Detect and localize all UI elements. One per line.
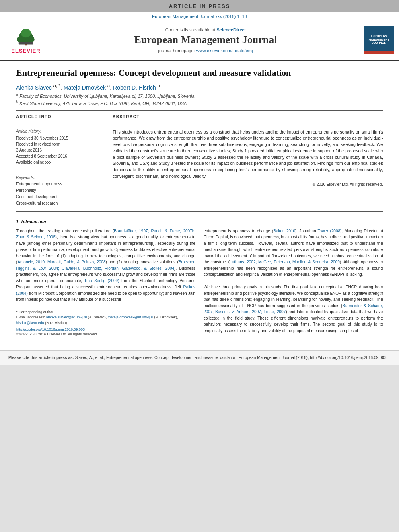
abstract-col: ABSTRACT This study introduces entrepren… [113, 115, 383, 207]
emj-red-bar [364, 51, 394, 54]
issn-line: 0263-2373/© 2016 Elsevier Ltd. All right… [16, 332, 195, 336]
journal-info-bar: European Management Journal xxx (2016) 1… [0, 12, 399, 20]
main-content: Entrepreneurial openness: Concept develo… [0, 61, 399, 342]
elsevier-logo-area: ELSEVIER [0, 24, 52, 56]
intro-left-col: Throughout the existing entrepreneurship… [16, 228, 195, 337]
citation-bar: Please cite this article in press as: Sl… [0, 350, 399, 365]
contents-line: Contents lists available at ScienceDirec… [165, 27, 246, 32]
doi-line[interactable]: http://dx.doi.org/10.1016/j.emj.2016.09.… [16, 327, 195, 331]
divider-under-history [16, 170, 105, 170]
footnote-emails: E-mail addresses: alenka.slavec@ef.uni-l… [16, 315, 195, 326]
intro-left-text: Throughout the existing entrepreneurship… [16, 228, 195, 303]
article-info-heading: ARTICLE INFO [16, 115, 105, 119]
abstract-heading: ABSTRACT [113, 115, 383, 119]
ref-luthans[interactable]: Luthans, 2002; McGee, Peterson, Mueller,… [230, 260, 340, 264]
article-title: Entrepreneurial openness: Concept develo… [16, 67, 383, 79]
divider-under-abstract-heading [113, 124, 383, 124]
ref-burmeister[interactable]: Burmeister & Schade, 2007; Busenitz & Ar… [204, 304, 383, 314]
header-center: Contents lists available at ScienceDirec… [52, 24, 359, 56]
divider-under-article-info [16, 124, 105, 124]
journal-title: European Management Journal [134, 34, 277, 46]
science-direct-link[interactable]: ScienceDirect [217, 27, 246, 32]
emj-logo-title: EUROPEAN MANAGEMENT JOURNAL [369, 35, 389, 45]
history-accepted: Accepted 8 September 2016 [16, 153, 105, 159]
keywords-label: Keywords: [16, 175, 105, 180]
divider-after-abstract [16, 211, 383, 212]
elsevier-tree-icon [14, 27, 38, 47]
intro-right-col: entrepreneur is openness to change (Bake… [204, 228, 383, 337]
journal-citation: European Management Journal xxx (2016) 1… [152, 14, 247, 19]
ref-raikes[interactable]: Raikes (2004) [16, 285, 195, 296]
header-section: ELSEVIER Contents lists available at Sci… [0, 20, 399, 61]
email-2-link[interactable]: mateja.drnovsek@ef.uni-lj.si [108, 315, 153, 319]
intro-right-text: entrepreneur is openness to change (Bake… [204, 228, 383, 334]
author-3-sup: b [158, 83, 160, 88]
email-3-link[interactable]: hisric1@kent.edu [16, 321, 44, 325]
svg-point-4 [21, 29, 31, 37]
banner-text: ARTICLE IN PRESS [169, 3, 230, 9]
author-2: Mateja Drnovšek [64, 84, 106, 90]
author-1: Alenka Slavec [16, 84, 52, 90]
author-3: Robert D. Hisrich [113, 84, 156, 90]
history-available: Available online xxx [16, 159, 105, 165]
article-in-press-banner: ARTICLE IN PRESS [0, 0, 399, 12]
keyword-4: Cross-cultural research [16, 200, 105, 207]
divider-after-affiliations [16, 110, 383, 111]
ref-seelig[interactable]: Tina Seelig (2009) [84, 279, 119, 283]
introduction-section: 1. Introduction Throughout the existing … [16, 219, 383, 337]
elsevier-label: ELSEVIER [11, 48, 40, 54]
homepage-line: journal homepage: www.elsevier.com/locat… [158, 48, 253, 53]
page-wrapper: ARTICLE IN PRESS European Management Jou… [0, 0, 399, 365]
footnote-divider [16, 307, 88, 307]
article-info-abstract-row: ARTICLE INFO Article history: Received 3… [16, 115, 383, 207]
copyright-line: © 2016 Elsevier Ltd. All rights reserved… [113, 182, 383, 187]
history-received: Received 30 November 2015 [16, 135, 105, 141]
homepage-url[interactable]: www.elsevier.com/locate/emj [196, 48, 253, 53]
author-2-sup: a [107, 83, 110, 88]
citation-text: Slavec, A., et al., Entrepreneurial open… [75, 355, 387, 360]
keyword-3: Construct development [16, 194, 105, 200]
ref-baker[interactable]: Baker, 2010 [273, 229, 295, 233]
history-label: Article history: [16, 129, 105, 134]
author-1-sup: a, * [53, 83, 61, 88]
section-title-intro: 1. Introduction [16, 219, 383, 225]
abstract-text: This study introduces entrepreneurial op… [113, 129, 383, 180]
affiliation-a: a Faculty of Economics, University of Lj… [16, 92, 383, 99]
svg-rect-5 [19, 42, 33, 44]
ref-brandstatter[interactable]: Brandstätter, 1997; Rauch & Frese, 2007b… [16, 229, 195, 240]
ref-antoncic[interactable]: Antoncic, 2010; Marcati, Guido, & Peluso… [17, 260, 105, 264]
ref-tower[interactable]: Tower (2008) [318, 229, 342, 233]
elsevier-logo: ELSEVIER [11, 27, 40, 54]
cite-label: Please cite this article in press as: [8, 355, 75, 360]
history-revised-date: 3 August 2016 [16, 147, 105, 153]
authors-line: Alenka Slavec a, *, Mateja Drnovšek a, R… [16, 83, 383, 91]
affiliation-b: b Kent State University, 475 Terrace Dri… [16, 100, 383, 106]
footnote-corresponding: * Corresponding author. [16, 310, 195, 315]
contents-text: Contents lists available at [165, 27, 216, 32]
emj-logo-area: EUROPEAN MANAGEMENT JOURNAL [359, 24, 399, 56]
emj-logo-box: EUROPEAN MANAGEMENT JOURNAL [364, 26, 394, 54]
introduction-two-col: Throughout the existing entrepreneurship… [16, 228, 383, 337]
homepage-text: journal homepage: [158, 48, 195, 53]
email-1-link[interactable]: alenka.slavec@ef.uni-lj.si [46, 315, 87, 319]
article-info-col: ARTICLE INFO Article history: Received 3… [16, 115, 105, 207]
history-revised-label: Received in revised form [16, 141, 105, 147]
keyword-1: Entrepreneurial openness [16, 181, 105, 187]
keyword-2: Personality [16, 187, 105, 194]
